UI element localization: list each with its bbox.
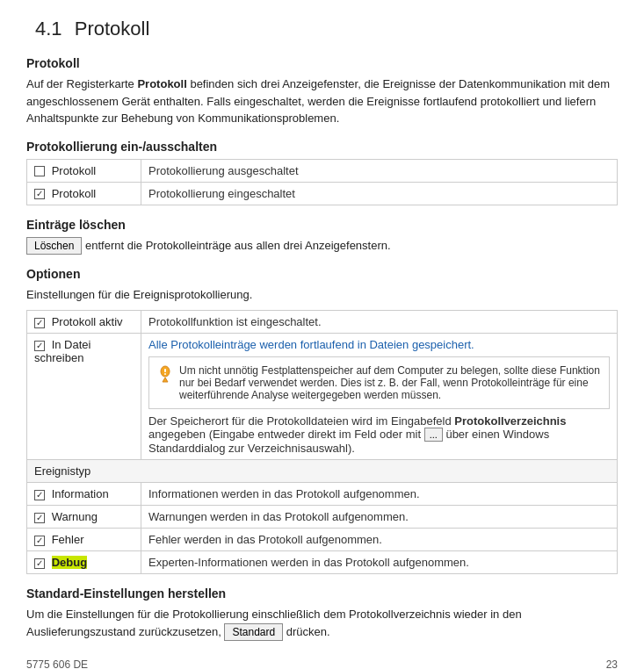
optionen-heading: Optionen bbox=[26, 267, 618, 281]
standard-body: Um die Einstellungen für die Protokollie… bbox=[26, 606, 618, 641]
table-row: Fehler Fehler werden in das Protokoll au… bbox=[27, 529, 618, 551]
checkbox-checked[interactable] bbox=[34, 318, 45, 328]
proto-off-label: Protokoll bbox=[27, 159, 141, 182]
checkbox-checked[interactable] bbox=[34, 536, 45, 546]
svg-rect-2 bbox=[164, 373, 166, 375]
warnung-label: Warnung bbox=[27, 506, 141, 529]
loeschen-text: entfernt die Protokolleinträge aus allen… bbox=[85, 239, 391, 252]
fehler-desc: Fehler werden in das Protokoll aufgenomm… bbox=[141, 529, 618, 551]
debug-desc: Experten-Informationen werden in das Pro… bbox=[141, 551, 618, 574]
table-row: Information Informationen werden in das … bbox=[27, 483, 618, 506]
protokollierung-heading: Protokollierung ein-/ausschalten bbox=[26, 140, 618, 154]
standard-heading: Standard-Einstellungen herstellen bbox=[26, 586, 618, 601]
warnung-desc: Warnungen werden in das Protokoll aufgen… bbox=[141, 506, 618, 529]
svg-marker-3 bbox=[163, 378, 168, 382]
table-row: Protokoll Protokollierung eingeschaltet bbox=[27, 182, 618, 205]
checkbox-checked[interactable] bbox=[34, 189, 45, 199]
standard-button[interactable]: Standard bbox=[224, 623, 283, 641]
footer: 5775 606 DE 23 bbox=[26, 658, 618, 670]
checkbox-checked[interactable] bbox=[34, 558, 45, 569]
table-row: In Dateischreiben Alle Protokolleinträge… bbox=[27, 334, 618, 460]
loeschen-line: Löschen entfernt die Protokolleinträge a… bbox=[26, 237, 618, 255]
proto-aktiv-desc: Protokollfunktion ist eingeschaltet. bbox=[141, 311, 618, 334]
eintraege-heading: Einträge löschen bbox=[26, 218, 618, 232]
table-row: Protokoll Protokollierung ausgeschaltet bbox=[27, 159, 618, 182]
optionen-table: Protokoll aktiv Protokollfunktion ist ei… bbox=[26, 310, 618, 574]
info-label: Information bbox=[27, 483, 141, 506]
page-title: 4.1 Protokoll bbox=[26, 18, 618, 40]
browse-button[interactable]: ... bbox=[424, 428, 443, 442]
in-datei-intro: Alle Protokolleinträge werden fortlaufen… bbox=[148, 338, 610, 351]
checkbox-checked[interactable] bbox=[34, 513, 45, 523]
checkbox-checked[interactable] bbox=[34, 341, 45, 351]
table-row: Warnung Warnungen werden in das Protokol… bbox=[27, 506, 618, 529]
optionen-intro: Einstellungen für die Ereignisprotokolli… bbox=[26, 286, 618, 304]
in-datei-extra: Der Speicherort für die Protokolldateien… bbox=[148, 414, 610, 455]
checkbox-checked[interactable] bbox=[34, 490, 45, 500]
ereignistyp-header-row: Ereignistyp bbox=[27, 460, 618, 483]
warning-icon bbox=[158, 365, 172, 383]
footer-page: 23 bbox=[606, 658, 618, 670]
section-number: 4.1 bbox=[35, 18, 62, 40]
protokoll-body: Auf der Registerkarte Protokoll befinden… bbox=[26, 76, 618, 127]
in-datei-label: In Dateischreiben bbox=[27, 334, 141, 460]
proto-aktiv-label: Protokoll aktiv bbox=[27, 311, 141, 334]
debug-label: Debug bbox=[27, 551, 141, 574]
warning-text: Um nicht unnötig Festplattenspeicher auf… bbox=[179, 364, 600, 401]
in-datei-desc: Alle Protokolleinträge werden fortlaufen… bbox=[141, 334, 618, 460]
table-row: Debug Experten-Informationen werden in d… bbox=[27, 551, 618, 574]
protokoll-heading: Protokoll bbox=[26, 56, 618, 70]
ereignistyp-header-cell: Ereignistyp bbox=[27, 460, 618, 483]
warning-box: Um nicht unnötig Festplattenspeicher auf… bbox=[148, 356, 610, 409]
loeschen-button[interactable]: Löschen bbox=[26, 237, 82, 255]
protokollierung-table: Protokoll Protokollierung ausgeschaltet … bbox=[26, 159, 618, 205]
footer-code: 5775 606 DE bbox=[26, 658, 88, 670]
info-desc: Informationen werden in das Protokoll au… bbox=[141, 483, 618, 506]
proto-off-desc: Protokollierung ausgeschaltet bbox=[141, 159, 618, 182]
title-text: Protokoll bbox=[75, 18, 150, 40]
table-row: Protokoll aktiv Protokollfunktion ist ei… bbox=[27, 311, 618, 334]
svg-rect-1 bbox=[164, 369, 166, 372]
proto-on-desc: Protokollierung eingeschaltet bbox=[141, 182, 618, 205]
checkbox-unchecked[interactable] bbox=[34, 166, 45, 176]
fehler-label: Fehler bbox=[27, 529, 141, 551]
proto-on-label: Protokoll bbox=[27, 182, 141, 205]
